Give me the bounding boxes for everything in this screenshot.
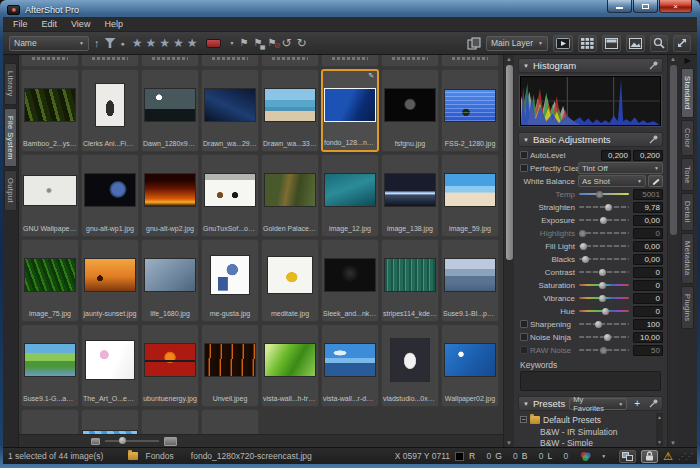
value-raw-noise[interactable]: 50 [633,345,663,356]
slider-noise-ninja[interactable] [604,334,611,341]
pin-icon[interactable] [649,399,658,408]
flag-clear-icon[interactable]: ⚑⊘ [267,38,276,48]
close-button[interactable]: × [659,0,692,13]
minimize-button[interactable] [607,0,632,13]
thumbnail-suse9-1-g-apers-jpg[interactable]: Suse9.1-G...apers.jpg [21,324,79,407]
presets-header[interactable]: ▼ Presets My Favorites ▼ + [518,396,663,411]
thumbnail-fsfgnu-jpg[interactable]: fsfgnu.jpg [381,69,439,152]
value-contrast[interactable]: 0 [633,267,663,278]
thumbnail-image-75-jpg[interactable]: image_75.jpg [21,239,79,322]
value-sharpening[interactable]: 100 [633,319,663,330]
thumbnail-cell[interactable] [21,409,79,434]
value-hue[interactable]: 0 [633,306,663,317]
scroll-up-icon[interactable]: ▲ [656,414,663,420]
pin-icon[interactable] [649,135,658,144]
thumbnail-vista-wall-r-dock-jpg[interactable]: vista-wall...r-dock.jpg [321,324,379,407]
thumbnail-image-12-jpg[interactable]: image_12.jpg [321,154,379,237]
panel-scrollbar[interactable]: ▲ ▼ [667,55,678,447]
slideshow-button[interactable] [553,35,573,52]
thumbnail-detail-view-button[interactable] [602,35,621,52]
slider-contrast[interactable] [599,269,606,276]
preset-b-w-ir-simulation[interactable]: B&W - IR Simulation [540,427,655,438]
label-color-swatch[interactable] [206,39,221,48]
tab-file-system[interactable]: File System [4,108,17,168]
menu-file[interactable]: File [7,18,36,30]
tab-detail[interactable]: Detail [681,193,694,231]
histogram-header[interactable]: ▼ Histogram [518,58,663,73]
tab-output[interactable]: Output [4,170,17,211]
thumbnail-cell-partial[interactable] [201,55,259,67]
value-autolevel-high[interactable]: 0,200 [633,150,663,161]
thumbnail-gnu-wallpaper-2-jpg[interactable]: GNU Wallpaper 2.jpg [21,154,79,237]
collapse-arrow-icon[interactable]: ▼ [523,63,529,69]
add-preset-button[interactable]: + [631,398,643,410]
thumbnail-vista-wall-h-tree-jpg[interactable]: vista-wall...h-tree.jpg [261,324,319,407]
dropdown-perfectly-clear[interactable]: Tint Off▼ [578,162,663,174]
thumbnail-sleek-and-nkahn-jpg[interactable]: Sleek_and...nkahn.jpg [321,239,379,322]
thumbnail-fss-2-1280-jpg[interactable]: FSS-2_1280.jpg [441,69,499,152]
thumbnail-image-59-jpg[interactable]: image_59.jpg [441,154,499,237]
value-autolevel-low[interactable]: 0,200 [601,150,631,161]
slider-temp[interactable] [596,191,603,198]
tab-color[interactable]: Color [681,120,694,156]
grid-scrollbar[interactable]: ▲ ▼ [503,55,514,447]
basic-adjustments-header[interactable]: ▼ Basic Adjustments [518,132,663,147]
slider-raw-noise[interactable] [600,347,607,354]
scroll-down-icon[interactable]: ▼ [656,439,663,445]
collapse-arrow-icon[interactable]: ▼ [523,401,529,407]
slider-vibrance[interactable] [599,295,606,302]
pin-icon[interactable] [649,61,658,70]
value-temp[interactable]: 5001 [633,189,663,200]
thumbnail-fondo-128-ncast-jpg[interactable]: ✎fondo_128...ncast.jpg [321,69,379,152]
dropdown-white-balance[interactable]: As Shot▼ [578,175,646,187]
checkbox-perfectly-clear[interactable] [520,164,528,172]
thumbnail-image-138-jpg[interactable]: image_138.jpg [381,154,439,237]
menu-help[interactable]: Help [98,18,131,30]
star-rating-filter[interactable]: ★★★★★ [132,36,201,50]
slider-saturation[interactable] [599,282,606,289]
thumbnail-cell-partial[interactable] [261,55,319,67]
thumbnail-cell[interactable] [81,409,139,434]
presets-favorites-dropdown[interactable]: My Favorites ▼ [569,398,627,410]
value-blacks[interactable]: 0,00 [633,254,663,265]
title-bar[interactable]: AfterShot Pro [3,0,697,17]
value-highlights[interactable]: 0 [633,228,663,239]
collapse-folder-icon[interactable]: − [520,416,527,423]
slider-sharpening[interactable] [595,321,602,328]
value-straighten[interactable]: 9,78 [633,202,663,213]
thumbnail-me-gusta-jpg[interactable]: me-gusta.jpg [201,239,259,322]
scroll-up-icon[interactable]: ▲ [668,56,678,62]
thumbnail-suse9-1-bl-papers-jpg[interactable]: Suse9.1-Bl...papers.jpg [441,239,499,322]
menu-edit[interactable]: Edit [36,18,66,30]
color-profile-icon[interactable] [579,451,592,462]
value-fill-light[interactable]: 0,00 [633,241,663,252]
slider-straighten[interactable] [605,204,612,211]
image-view-button[interactable] [626,35,645,52]
sort-dropdown[interactable]: Name ▼ [9,36,89,51]
value-vibrance[interactable]: 0 [633,293,663,304]
slider-highlights[interactable] [579,230,586,237]
slider-exposure[interactable] [600,217,607,224]
thumbnail-size-knob[interactable] [119,437,126,444]
menu-view[interactable]: View [65,18,98,30]
grid-scrollbar-thumb[interactable] [506,65,513,260]
checkbox-raw-noise[interactable] [520,346,528,354]
resize-grip[interactable]: ⋰⋰ [678,452,692,461]
thumbnail-cell-partial[interactable] [321,55,379,67]
slider-hue[interactable] [602,308,609,315]
edited-settings-badge-icon[interactable]: ✎ [368,72,374,80]
layer-dropdown[interactable]: Main Layer ▼ [486,36,548,51]
eyedropper-button[interactable] [648,175,663,187]
thumbnail-cell[interactable] [141,409,199,434]
thumbnail-meditate-jpg[interactable]: meditate.jpg [261,239,319,322]
label-color-chevron-icon[interactable]: ▼ [230,40,235,46]
tab-tone[interactable]: Tone [681,158,694,192]
layers-icon[interactable] [467,37,481,50]
thumbnail-cell-partial[interactable] [441,55,499,67]
maximize-button[interactable] [633,0,658,13]
thumbnail-unveil-jpeg[interactable]: Unveil.jpeg [201,324,259,407]
value-exposure[interactable]: 0,00 [633,215,663,226]
scroll-up-icon[interactable]: ▲ [504,56,514,62]
slider-blacks[interactable] [582,256,589,263]
thumbnail-cell-partial[interactable] [81,55,139,67]
